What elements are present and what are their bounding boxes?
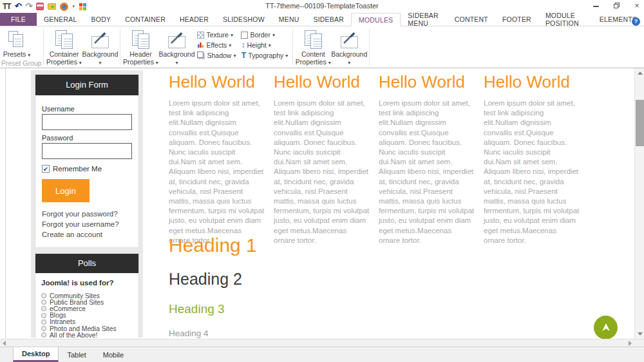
tab-content[interactable]: CONTENT xyxy=(448,13,495,26)
radio-icon[interactable] xyxy=(41,319,46,325)
typography-button[interactable]: T Typography ▾ xyxy=(241,51,288,60)
header-background-button[interactable]: Background ▾ xyxy=(158,28,194,67)
ribbon-group-content: Content Properties ▾ Background ▾ Conten… xyxy=(295,28,367,68)
typography-icon: T xyxy=(241,52,246,59)
device-tab-desktop[interactable]: Desktop xyxy=(13,347,59,362)
tab-slideshow[interactable]: SLIDESHOW xyxy=(216,13,272,26)
close-button[interactable]: × xyxy=(632,1,641,10)
login-form-title: Login Form xyxy=(35,75,138,95)
content-column[interactable]: Hello World Lorem ipsum dolor sit amet, … xyxy=(274,72,370,245)
forgot-username-link[interactable]: Forgot your username? xyxy=(42,219,132,229)
horizontal-scrollbar[interactable] xyxy=(0,339,644,347)
poll-option[interactable]: Community Sites xyxy=(41,292,133,299)
header-properties-button[interactable]: Header Properties ▾ xyxy=(122,28,158,67)
poll-option[interactable]: Intranets xyxy=(41,319,133,325)
remember-me-checkbox[interactable]: ✔ xyxy=(42,165,50,173)
container-properties-button[interactable]: Container Properties ▾ xyxy=(46,28,82,67)
help-icon[interactable]: ? xyxy=(632,17,640,26)
radio-icon[interactable] xyxy=(41,313,46,318)
dropdown-arrow-icon: ▾ xyxy=(231,32,233,38)
effects-button[interactable]: Effects ▾ xyxy=(197,41,236,50)
scroll-up-button[interactable] xyxy=(635,68,644,78)
joomla-icon[interactable] xyxy=(79,3,87,11)
dropdown-arrow-icon: ▾ xyxy=(156,60,158,66)
poll-option[interactable]: eCommerce xyxy=(41,305,133,312)
scroll-down-button[interactable] xyxy=(635,329,644,339)
height-button[interactable]: ↕ Height ▾ xyxy=(241,41,288,50)
heading-3: Heading 3 xyxy=(169,302,225,316)
column-body: Lorem ipsum dolor sit amet, test link ad… xyxy=(484,99,580,245)
up-chevron-icon xyxy=(601,323,611,332)
redo-icon[interactable]: ↷ xyxy=(26,2,33,11)
preview-main-content: Hello World Lorem ipsum dolor sit amet, … xyxy=(169,68,620,339)
restore-button[interactable] xyxy=(612,1,621,10)
forgot-password-link[interactable]: Forgot your password? xyxy=(42,209,132,219)
ribbon-separator xyxy=(292,29,293,65)
create-account-link[interactable]: Create an account xyxy=(42,229,132,240)
tab-module-position[interactable]: MODULE POSITION xyxy=(538,13,592,26)
tab-container[interactable]: CONTAINER xyxy=(118,13,173,26)
save-icon[interactable] xyxy=(36,3,44,10)
shadow-button[interactable]: Shadow ▾ xyxy=(197,51,236,60)
presets-button[interactable]: Presets ▾ xyxy=(1,28,32,59)
texture-icon xyxy=(197,32,204,39)
polls-title: Polls xyxy=(35,254,138,273)
content-properties-button[interactable]: Content Properties ▾ xyxy=(295,28,331,67)
border-button[interactable]: Border ▾ xyxy=(241,30,288,39)
shadow-icon xyxy=(197,52,204,58)
preview-sidebar: Login Form Username Password ✔ Remember … xyxy=(31,70,143,338)
tab-body[interactable]: BODY xyxy=(84,13,118,26)
content-column[interactable]: Hello World Lorem ipsum dolor sit amet, … xyxy=(484,72,580,245)
tab-footer[interactable]: FOOTER xyxy=(495,13,538,26)
radio-icon[interactable] xyxy=(41,293,46,298)
header-small-buttons: Texture ▾ Border ▾ Effects ▾ ↕ xyxy=(194,28,290,60)
back-to-top-button[interactable] xyxy=(594,316,618,339)
device-tab-mobile[interactable]: Mobile xyxy=(95,347,132,362)
tab-sidebar-menu[interactable]: SIDEBAR MENU xyxy=(401,13,447,26)
scroll-right-icon xyxy=(629,341,632,346)
radio-icon[interactable] xyxy=(41,332,46,338)
tab-modules[interactable]: MODULES xyxy=(351,13,401,26)
vertical-scrollbar-thumb[interactable] xyxy=(636,100,644,146)
texture-button[interactable]: Texture ▾ xyxy=(197,30,236,39)
radio-icon[interactable] xyxy=(41,300,46,305)
tab-general[interactable]: GENERAL xyxy=(37,13,84,26)
content-background-button[interactable]: Background ▾ xyxy=(331,28,367,67)
poll-option[interactable]: Public Brand Sites xyxy=(41,299,133,305)
properties-icon xyxy=(131,30,150,49)
content-column[interactable]: Hello World Lorem ipsum dolor sit amet, … xyxy=(379,72,475,245)
tab-header[interactable]: HEADER xyxy=(173,13,216,26)
username-input[interactable] xyxy=(42,114,132,130)
browser-dropdown-icon[interactable]: ▾ xyxy=(72,4,75,9)
radio-icon[interactable] xyxy=(41,326,46,331)
tab-file[interactable]: FILE xyxy=(0,13,37,26)
minimize-button[interactable] xyxy=(591,1,600,10)
content-column[interactable]: Hello World Lorem ipsum dolor sit amet, … xyxy=(169,72,265,245)
border-icon xyxy=(241,32,248,39)
page-edge-line xyxy=(5,68,6,339)
tab-sidebar[interactable]: SIDEBAR xyxy=(307,13,352,26)
open-folder-icon[interactable] xyxy=(48,3,56,10)
undo-icon[interactable]: ↶ xyxy=(15,2,22,11)
password-input[interactable] xyxy=(42,143,132,159)
restore-icon xyxy=(614,3,620,8)
radio-icon[interactable] xyxy=(41,306,46,311)
column-heading: Hello World xyxy=(484,72,580,91)
vertical-scrollbar[interactable] xyxy=(634,68,644,339)
poll-option[interactable]: All of the Above! xyxy=(41,332,133,338)
titlebar: TT ↶ ↷ ▾ TT-7theme--00109-TemplateToaste… xyxy=(0,0,644,13)
browser-preview-icon[interactable] xyxy=(60,3,68,11)
login-button[interactable]: Login xyxy=(42,179,90,202)
poll-option[interactable]: Blogs xyxy=(41,312,133,319)
ribbon: Presets ▾ Preset Group Container Propert… xyxy=(0,26,644,68)
scroll-down-icon xyxy=(638,332,643,336)
properties-icon xyxy=(54,30,73,49)
tab-menu[interactable]: MENU xyxy=(272,13,307,26)
height-icon: ↕ xyxy=(241,41,245,49)
device-tab-tablet[interactable]: Tablet xyxy=(59,347,94,362)
container-background-button[interactable]: Background ▾ xyxy=(82,28,118,67)
heading-2: Heading 2 xyxy=(169,270,242,289)
poll-option[interactable]: Photo and Media Sites xyxy=(41,325,133,332)
login-form-module[interactable]: Login Form Username Password ✔ Remember … xyxy=(35,74,139,248)
minimize-icon xyxy=(593,6,599,7)
